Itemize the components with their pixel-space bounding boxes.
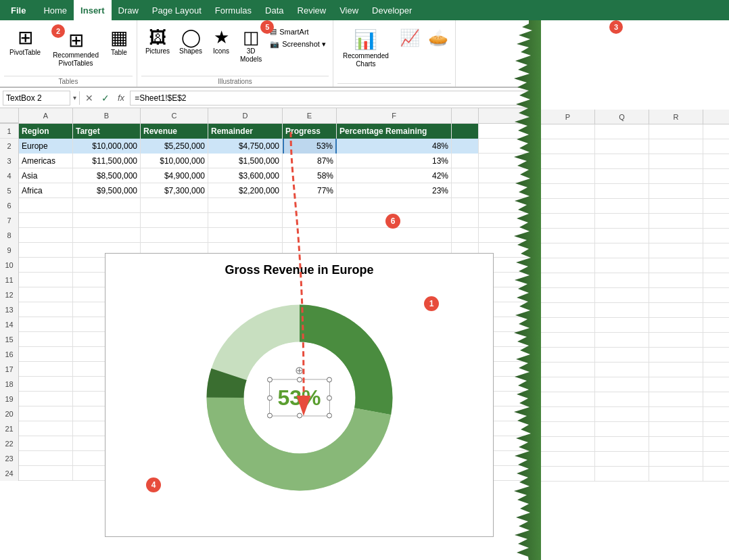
cell-a5[interactable]: Africa: [19, 183, 73, 198]
col-header-f[interactable]: F: [337, 108, 452, 123]
col-header-g[interactable]: [452, 108, 479, 123]
cell-b3[interactable]: $11,500,000: [73, 154, 141, 168]
row-num-4: 4: [0, 168, 19, 183]
recommended-charts-icon: 📊: [354, 28, 377, 51]
row-num-14: 14: [0, 317, 19, 332]
smartart-label: SmartArt: [279, 28, 308, 36]
cell-c4[interactable]: $4,900,000: [141, 168, 208, 183]
icons-btn[interactable]: ★ Icons: [208, 26, 235, 57]
cancel-formula-icon[interactable]: ✕: [83, 91, 96, 105]
menu-formulas[interactable]: Formulas: [208, 0, 258, 20]
name-box-dropdown[interactable]: ▾: [73, 94, 76, 101]
recommended-charts-btn[interactable]: 📊 RecommendedCharts: [337, 26, 394, 71]
col-header-a[interactable]: A: [19, 108, 73, 123]
col-header-q[interactable]: Q: [595, 110, 649, 124]
cell-c2[interactable]: $5,250,000: [141, 139, 208, 154]
cell-b2[interactable]: $10,000,000: [73, 139, 141, 154]
cell-f1[interactable]: Percentage Remaining: [337, 124, 452, 139]
confirm-formula-icon[interactable]: ✓: [99, 91, 112, 105]
cell-e2[interactable]: 53%: [283, 139, 337, 154]
col-header-b[interactable]: B: [73, 108, 141, 123]
row-num-18: 18: [0, 377, 19, 392]
cell-f2[interactable]: 48%: [337, 139, 452, 154]
row-num-8: 8: [0, 228, 19, 243]
shapes-btn[interactable]: ◯ Shapes: [175, 26, 206, 57]
menu-insert[interactable]: Insert: [74, 0, 111, 20]
cell-d4[interactable]: $3,600,000: [208, 168, 283, 183]
cell-b4[interactable]: $8,500,000: [73, 168, 141, 183]
charts-group-label: [337, 83, 451, 85]
file-menu[interactable]: File: [0, 0, 37, 20]
table-btn[interactable]: ▦ Table: [105, 26, 133, 59]
menu-bar: File Home Insert Draw Page Layout Formul…: [0, 0, 729, 20]
cell-g2[interactable]: [452, 139, 479, 154]
cell-c3[interactable]: $10,000,000: [141, 154, 208, 168]
cell-a1[interactable]: Region: [19, 124, 73, 139]
row-num-16: 16: [0, 347, 19, 362]
col-header-r[interactable]: R: [649, 110, 703, 124]
cell-e5[interactable]: 77%: [283, 183, 337, 198]
right-panel: P Q R: [541, 20, 729, 560]
icons-label: Icons: [213, 47, 229, 55]
cell-e3[interactable]: 87%: [283, 154, 337, 168]
cell-b5[interactable]: $9,500,000: [73, 183, 141, 198]
badge-4: 4: [146, 477, 161, 492]
row-num-11: 11: [0, 273, 19, 287]
pivot-table-label: PivotTable: [9, 49, 41, 56]
smartart-btn[interactable]: ▤ SmartArt: [267, 26, 329, 37]
menu-draw[interactable]: Draw: [112, 0, 145, 20]
row-num-9: 9: [0, 243, 19, 258]
3d-models-label: 3DModels: [240, 47, 262, 64]
row-num-22: 22: [0, 436, 19, 451]
menu-developer[interactable]: Developer: [365, 0, 419, 20]
excel-window: File Home Insert Draw Page Layout Formul…: [0, 0, 729, 560]
bar-chart-icon: 📈: [400, 28, 420, 47]
menu-page-layout[interactable]: Page Layout: [145, 0, 208, 20]
cell-d1[interactable]: Remainder: [208, 124, 283, 139]
row-num-6: 6: [0, 198, 19, 213]
tables-group-label: Tables: [4, 76, 133, 85]
cell-c1[interactable]: Revenue: [141, 124, 208, 139]
menu-review[interactable]: Review: [291, 0, 333, 20]
name-box[interactable]: [3, 91, 70, 106]
cell-d3[interactable]: $1,500,000: [208, 154, 283, 168]
cell-d2[interactable]: $4,750,000: [208, 139, 283, 154]
menu-data[interactable]: Data: [258, 0, 290, 20]
col-header-p[interactable]: P: [541, 110, 595, 124]
pie-chart-btn[interactable]: 🥧: [425, 26, 451, 50]
col-header-d[interactable]: D: [208, 108, 283, 123]
bar-chart-btn[interactable]: 📈: [397, 26, 423, 50]
cell-a4[interactable]: Asia: [19, 168, 73, 183]
row-num-5: 5: [0, 183, 19, 198]
cell-d5[interactable]: $2,200,000: [208, 183, 283, 198]
cell-a2[interactable]: Europe: [19, 139, 73, 154]
cell-g5[interactable]: [452, 183, 479, 198]
row-num-10: 10: [0, 258, 19, 273]
cell-f4[interactable]: 42%: [337, 168, 452, 183]
col-header-e[interactable]: E: [283, 108, 337, 123]
row-num-13: 13: [0, 302, 19, 317]
recommended-pivot-btn[interactable]: 2 ⊞ RecommendedPivotTables: [49, 26, 103, 70]
screenshot-btn[interactable]: 📷 Screenshot ▾: [267, 39, 329, 50]
cell-g3[interactable]: [452, 154, 479, 168]
chart-textbox[interactable]: 53%: [268, 379, 329, 417]
row-num-12: 12: [0, 287, 19, 302]
3d-models-btn[interactable]: ◫ 3DModels: [236, 26, 266, 66]
textbox-move-icon[interactable]: ⊕: [295, 364, 304, 377]
cell-a3[interactable]: Americas: [19, 154, 73, 168]
fx-label: fx: [115, 93, 127, 103]
cell-f5[interactable]: 23%: [337, 183, 452, 198]
pivot-table-btn[interactable]: ⊞ PivotTable: [4, 26, 46, 59]
pictures-btn[interactable]: 🖼 Pictures: [141, 26, 174, 57]
cell-e1[interactable]: Progress: [283, 124, 337, 139]
cell-b1[interactable]: Target: [73, 124, 141, 139]
cell-f3[interactable]: 13%: [337, 154, 452, 168]
cell-g1[interactable]: [452, 124, 479, 139]
menu-home[interactable]: Home: [37, 0, 74, 20]
cell-g4[interactable]: [452, 168, 479, 183]
col-header-c[interactable]: C: [141, 108, 208, 123]
menu-view[interactable]: View: [333, 0, 365, 20]
cell-c5[interactable]: $7,300,000: [141, 183, 208, 198]
cell-e4[interactable]: 58%: [283, 168, 337, 183]
screenshot-label: Screenshot ▾: [282, 40, 326, 49]
